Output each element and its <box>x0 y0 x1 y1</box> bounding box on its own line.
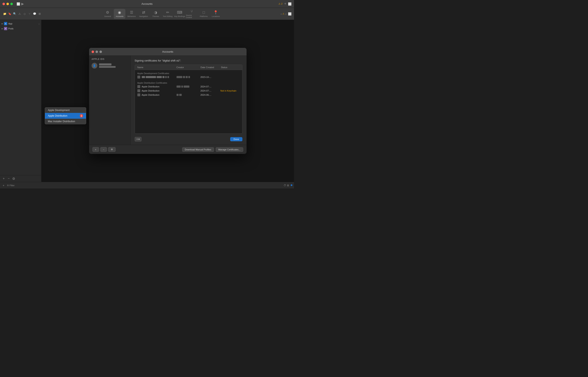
toolbar-btn-source-control[interactable]: ⑂ Source Control <box>186 9 198 19</box>
bookmark-icon[interactable]: 🔖 <box>8 12 12 16</box>
diamond-icon[interactable]: ◇ <box>23 12 26 16</box>
accounts-window: Accounts Apple IDs 👤 <box>89 48 247 154</box>
toolbar-btn-key-bindings[interactable]: ⌨ Key Bindings <box>174 9 186 19</box>
bubble-icon[interactable]: 💬 <box>33 12 36 16</box>
sidebar-add-account-button[interactable]: + <box>92 147 99 152</box>
sidebar-remove-button[interactable]: − <box>7 177 11 181</box>
toolbar-btn-platforms[interactable]: □ Platforms <box>198 9 210 19</box>
grid-bottom-icon[interactable]: ⊞ <box>287 184 289 187</box>
dist-cert-2-status: Not in Keychain <box>221 90 240 92</box>
source-control-label: Source Control <box>186 14 198 18</box>
signing-certs-section: Signing certificates for "digital shift … <box>130 56 247 145</box>
dropdown-item-apple-development[interactable]: Apple Development <box>45 107 86 113</box>
maximize-button[interactable] <box>10 3 13 5</box>
themes-label: Themes <box>152 15 159 17</box>
dropdown-apple-development-label: Apple Development <box>48 109 70 112</box>
folder-icon[interactable]: 📁 <box>3 12 7 16</box>
search-icon[interactable]: 🔍 <box>13 12 17 16</box>
dropdown-item-apple-distribution[interactable]: Apple Distribution 1 <box>45 113 86 119</box>
dev-cert-creator <box>176 76 200 78</box>
run-button[interactable]: ▶ <box>21 2 24 6</box>
accounts-close-button[interactable] <box>92 50 94 53</box>
download-manual-profiles-button[interactable]: Download Manual Profiles <box>182 147 214 152</box>
download-icon[interactable]: ↓ <box>38 22 40 25</box>
add-icon: + <box>137 138 138 141</box>
sidebar-section: ▶ A App ↓ ▶ P Pods <box>0 20 41 32</box>
pods-icon: P <box>4 27 7 30</box>
platforms-icon: □ <box>203 10 205 15</box>
layout-toggle-icon[interactable]: ⬜ <box>288 2 292 6</box>
accounts-label: Accounts <box>116 15 123 17</box>
xcode-title-bar: ⬜ ▶ Accounts ⚠ 2 + ⬜ <box>0 0 294 8</box>
col-name[interactable]: Name <box>137 66 176 69</box>
bottom-add-button[interactable]: + <box>2 184 5 187</box>
traffic-lights <box>2 3 13 5</box>
cert-table-body: Apple Development Certificates <box>135 70 242 98</box>
add-cert-button[interactable]: + ▾ <box>135 137 141 141</box>
sidebar-remove-account-button[interactable]: − <box>100 147 107 152</box>
dropdown-badge: 1 <box>80 114 83 118</box>
dist-cert-row-2[interactable]: Apple Distribution 2024-07-... Not in Ke… <box>135 89 242 93</box>
chevron-app-icon: ▶ <box>2 23 3 25</box>
nav-back-icon[interactable]: ‹ <box>281 12 282 15</box>
dropdown-mac-installer-label: Mac Installer Distribution <box>48 120 75 123</box>
dist-cert-2-date: 2024-07-... <box>200 90 220 92</box>
toolbar-btn-behaviors[interactable]: ☰ Behaviors <box>126 9 137 19</box>
sidebar-group-app[interactable]: ▶ A App ↓ <box>0 21 41 26</box>
col-date[interactable]: Date Created <box>200 66 220 69</box>
toolbar-btn-navigation[interactable]: ⇄ Navigation <box>138 9 149 19</box>
col-status[interactable]: Status <box>220 66 240 69</box>
platforms-label: Platforms <box>200 15 208 17</box>
accounts-min-button[interactable] <box>95 50 98 53</box>
dist-cert-3-date: 2024-06-... <box>200 94 220 96</box>
account-item[interactable]: 👤 <box>89 61 130 70</box>
sidebar-settings-button[interactable]: ⚙ <box>12 177 16 181</box>
dist-cert-row-3[interactable]: Apple Distribution 2024-06-... <box>135 93 242 97</box>
right-content: Accounts Apple IDs 👤 <box>41 20 294 182</box>
done-button[interactable]: Done <box>230 137 242 141</box>
filter-icon: ⊟ <box>7 184 9 187</box>
git-icon[interactable]: ⑂ <box>28 12 32 16</box>
dist-cert-3-creator <box>176 94 200 96</box>
sidebar-group-pods[interactable]: ▶ P Pods <box>0 26 41 31</box>
toolbar-btn-accounts[interactable]: ◉ Accounts <box>114 9 125 19</box>
key-bindings-label: Key Bindings <box>174 15 185 17</box>
bottom-bar: + ⊟ Filter ⏱ ⊞ <box>0 182 294 188</box>
toolbar-btn-text-editing[interactable]: ✏ Text Editing <box>162 9 173 19</box>
sidebar-settings-account-button[interactable]: ⚙ <box>108 147 116 152</box>
general-label: General <box>104 15 111 17</box>
warning-icon[interactable]: ⚠ <box>18 12 22 16</box>
dist-cert-1-creator <box>176 85 200 88</box>
app-group-label: App <box>8 22 12 25</box>
toolbar-btn-locations[interactable]: 📍 Locations <box>210 9 222 19</box>
toolbar-btn-general[interactable]: ⚙ General <box>102 9 113 19</box>
accounts-window-title: Accounts <box>162 50 173 53</box>
chevron-pods-icon: ▶ <box>2 28 3 30</box>
col-creator[interactable]: Creator <box>176 66 200 69</box>
dist-cert-2-name: Apple Distribution <box>137 89 176 92</box>
window-title: Accounts <box>141 2 153 5</box>
account-name-blurred <box>99 63 111 65</box>
bottom-sidebar-controls: + − ⚙ <box>92 147 116 152</box>
grid-icon[interactable]: ⊞ <box>38 12 41 16</box>
dev-cert-name <box>137 76 176 79</box>
signing-title: Signing certificates for "digital shift … <box>135 59 242 62</box>
inspector-toggle-icon[interactable]: ⬜ <box>288 12 292 15</box>
clock-icon[interactable]: ⏱ <box>284 184 286 187</box>
dev-cert-row[interactable]: 2023-10-... <box>135 75 242 79</box>
dist-cert-row-1[interactable]: Apple Distribution 2024-07-... <box>135 84 242 89</box>
navigation-icon: ⇄ <box>142 10 145 15</box>
sidebar-add-button[interactable]: + <box>2 177 6 181</box>
account-info <box>99 63 128 68</box>
minimize-button[interactable] <box>6 3 9 5</box>
accounts-window-title-bar: Accounts <box>89 48 247 56</box>
nav-forward-icon[interactable]: › <box>285 12 286 15</box>
add-tab-button[interactable]: + <box>284 2 286 6</box>
accounts-max-button[interactable] <box>99 50 102 53</box>
dropdown-item-mac-installer[interactable]: Mac Installer Distribution <box>45 119 86 124</box>
sidebar-toggle-icon[interactable]: ⬜ <box>17 2 20 6</box>
manage-certificates-button[interactable]: Manage Certificates... <box>216 147 243 152</box>
behaviors-icon: ☰ <box>130 10 133 15</box>
close-button[interactable] <box>2 3 5 5</box>
toolbar-btn-themes[interactable]: ◑ Themes <box>150 9 161 19</box>
